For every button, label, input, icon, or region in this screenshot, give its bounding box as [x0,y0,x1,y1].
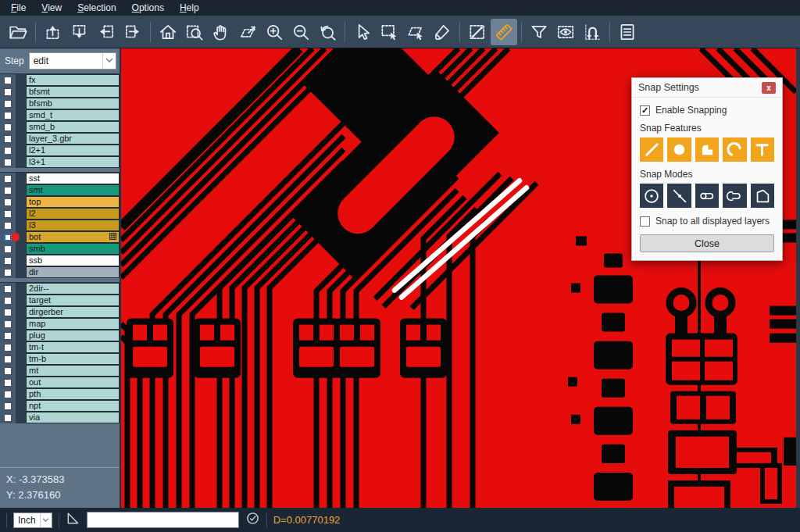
layer-row-plug[interactable]: plug [0,330,120,341]
layer-visibility-checkbox[interactable] [4,355,12,363]
layer-visibility-checkbox[interactable] [4,100,12,108]
layer-name-label[interactable]: sst [26,173,120,184]
close-icon[interactable]: x [762,82,776,94]
snap-mode-slot-round-button[interactable] [723,184,746,208]
snap-mode-slot-button[interactable] [695,184,719,208]
menu-item-help[interactable]: Help [172,0,207,16]
measure-line-button[interactable] [464,19,491,45]
zoom-in-button[interactable] [261,19,288,45]
layer-name-label[interactable]: 2dir-- [26,283,120,295]
zoom-object-button[interactable] [234,19,261,45]
layer-visibility-checkbox[interactable] [4,285,12,293]
layer-name-label[interactable]: l3+1 [26,156,120,168]
open-folder-button[interactable] [5,19,31,45]
layer-name-label[interactable]: plug [26,330,120,341]
import-right-button[interactable] [120,19,146,45]
layer-visibility-checkbox[interactable] [4,402,12,410]
snap-all-layers-checkbox[interactable] [640,216,650,227]
layer-name-label[interactable]: l2 [26,208,120,220]
layer-row-l3+1[interactable]: l3+1 [0,156,120,168]
select-polygon-button[interactable] [402,19,429,45]
command-input[interactable] [87,512,239,528]
zoom-region-button[interactable] [181,19,208,45]
step-select[interactable]: edit [29,52,116,70]
close-button[interactable]: Close [640,234,774,252]
layer-row-tm-b[interactable]: tm-b [0,353,120,365]
layer-visibility-checkbox[interactable] [4,123,12,131]
layer-name-label[interactable]: l3 [26,220,120,231]
snap-feature-circle-button[interactable] [667,137,691,162]
layer-row-map[interactable]: map [0,318,120,330]
layer-visibility-checkbox[interactable] [4,198,12,206]
menu-item-options[interactable]: Options [124,0,172,16]
layer-visibility-checkbox[interactable] [4,210,12,218]
layer-visibility-checkbox[interactable] [4,269,12,277]
select-pointer-button[interactable] [349,19,376,45]
layer-row-layer_3.gbr[interactable]: layer_3.gbr [0,133,120,145]
brush-button[interactable] [429,19,455,45]
layer-name-label[interactable]: bfsmb [26,98,120,109]
layer-visibility-checkbox[interactable] [4,344,12,352]
layer-row-tm-t[interactable]: tm-t [0,341,120,353]
layer-row-target[interactable]: target [0,295,120,306]
layer-name-label[interactable]: smd_t [26,109,120,121]
layer-visibility-checkbox[interactable] [4,159,12,166]
filter-button[interactable] [526,19,552,45]
zoom-previous-button[interactable] [314,19,341,45]
menu-item-file[interactable]: File [3,0,34,16]
layer-visibility-checkbox[interactable] [4,77,12,84]
layer-visibility-checkbox[interactable] [4,88,12,96]
layer-visibility-checkbox[interactable] [4,222,12,230]
sync-icon[interactable] [245,511,260,529]
layer-name-label[interactable]: tm-t [26,341,120,353]
layer-visibility-checkbox[interactable] [4,391,12,398]
home-button[interactable] [155,19,181,45]
layer-row-sst[interactable]: sst [0,173,120,184]
layer-row-ssb[interactable]: ssb [0,255,120,266]
layer-row-smb[interactable]: smb [0,243,120,255]
layer-row-dirgerber[interactable]: dirgerber [0,306,120,318]
layer-name-label[interactable]: l2+1 [26,145,120,156]
layer-name-label[interactable]: target [26,295,120,306]
view-area-button[interactable] [552,19,579,45]
layer-name-label[interactable]: npt [26,400,120,412]
snap-mode-center-button[interactable] [640,184,663,208]
layer-name-label[interactable]: pth [26,388,120,400]
snap-feature-text-button[interactable] [751,137,774,162]
layer-visibility-checkbox[interactable] [4,135,12,143]
layer-visibility-checkbox[interactable] [4,367,12,375]
snap-feature-line-button[interactable] [640,137,663,162]
layer-visibility-checkbox[interactable] [4,297,12,305]
layer-row-bfsmt[interactable]: bfsmt [0,86,120,98]
snap-mode-line-point-button[interactable] [667,184,691,208]
layer-name-label[interactable]: dirgerber [26,306,120,318]
layer-name-label[interactable]: layer_3.gbr [26,133,120,145]
layer-row-via[interactable]: via [0,412,120,423]
snap-feature-arc-button[interactable] [723,137,746,162]
layer-name-label[interactable]: dir [26,266,120,278]
layer-row-bfsmb[interactable]: bfsmb [0,98,120,109]
snap-feature-shape-button[interactable] [695,137,719,162]
enable-snapping-checkbox[interactable]: ✓ [640,105,650,116]
layer-visibility-checkbox[interactable] [4,112,12,120]
layer-visibility-checkbox[interactable] [4,147,12,155]
select-rectangle-button[interactable] [376,19,402,45]
layer-row-fx[interactable]: fx [0,74,120,86]
layer-row-l3[interactable]: l3 [0,220,120,231]
layer-visibility-checkbox[interactable] [4,245,12,253]
layer-name-label[interactable]: tm-b [26,353,120,365]
layer-row-npt[interactable]: npt [0,400,120,412]
layer-visibility-checkbox[interactable] [4,332,12,340]
import-up-button[interactable] [40,19,66,45]
layer-name-label[interactable]: ssb [26,255,120,266]
layer-name-label[interactable]: bfsmt [26,86,120,98]
layer-name-label[interactable]: smt [26,184,120,196]
layer-visibility-checkbox[interactable] [4,309,12,316]
layer-visibility-checkbox[interactable] [4,320,12,328]
snap-mode-outline-button[interactable] [751,184,774,208]
layer-visibility-checkbox[interactable] [4,414,12,422]
zoom-out-button[interactable] [288,19,314,45]
layer-name-label[interactable]: via [26,412,120,423]
layer-row-2dir--[interactable]: 2dir-- [0,283,120,295]
layer-row-bot[interactable]: bot [0,231,120,243]
